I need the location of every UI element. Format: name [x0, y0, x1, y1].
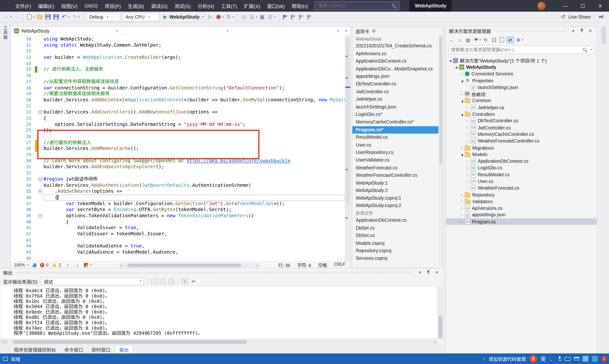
save-all-icon[interactable]: [53, 13, 59, 20]
drag-grip[interactable]: [16, 272, 413, 273]
live-share-label[interactable]: Live Share: [569, 14, 591, 20]
ime-punctuation-indicator[interactable]: '，: [549, 356, 554, 362]
clear-bookmarks-icon[interactable]: [307, 13, 313, 20]
tree-item[interactable]: {}launchSettings.json: [446, 84, 596, 91]
code-line[interactable]: 21: [11, 103, 350, 109]
expand-arrow-icon[interactable]: ▷: [465, 166, 471, 170]
expand-arrow-icon[interactable]: ▷: [459, 92, 465, 96]
code-line[interactable]: 37 var tokenModel = builder.Configuratio…: [11, 201, 350, 207]
open-document-item[interactable]: UserValidator.cs: [352, 156, 439, 164]
line-number[interactable]: 44: [11, 243, 35, 249]
show-all-files-icon[interactable]: [499, 36, 505, 43]
previous-message-icon[interactable]: [160, 278, 166, 284]
line-number[interactable]: 42: [11, 231, 35, 237]
tree-item[interactable]: ▷C#ApiVersions.cs: [446, 205, 596, 211]
code-text[interactable]: ValidAudience = tokenModel.Audience,: [43, 249, 350, 256]
toolbox-side-tab[interactable]: 工具箱: [0, 23, 11, 268]
line-number[interactable]: 33: [11, 176, 35, 182]
line-number[interactable]: 35: [11, 188, 35, 195]
open-document-item[interactable]: DbTestController.cs: [352, 80, 439, 88]
code-line[interactable]: 22builder.Services.AddControllers().AddN…: [11, 109, 350, 115]
line-number[interactable]: 46: [11, 256, 35, 261]
panel-tab[interactable]: 程序包管理器控制台: [10, 345, 60, 353]
line-number[interactable]: 32: [11, 170, 35, 176]
sync-with-active-document-icon[interactable]: ⇄: [507, 36, 514, 43]
expand-arrow-icon[interactable]: ▷: [459, 146, 465, 150]
switch-views-icon[interactable]: ▤: [465, 36, 471, 43]
restart-icon[interactable]: ↻: [225, 13, 232, 20]
code-cleanup-caret-icon[interactable]: ▾: [91, 263, 92, 266]
expand-arrow-icon[interactable]: ▷: [465, 119, 471, 123]
code-text[interactable]: ValidateAudience = true,: [43, 243, 350, 249]
tree-item[interactable]: ▷C#ApplicationDbContext.cs: [446, 158, 596, 165]
tree-item[interactable]: ▷{}appsettings.json: [446, 212, 596, 218]
toolbox-side-tab-label[interactable]: 工具箱: [2, 26, 8, 268]
live-share-icon[interactable]: ↺: [560, 13, 566, 20]
code-text[interactable]: ValidIssuer = tokenModel.Issuer,: [43, 231, 350, 237]
chevron-down-icon[interactable]: ▾: [256, 15, 257, 18]
tree-item[interactable]: ◢Models: [446, 151, 596, 158]
error-count[interactable]: 0: [46, 263, 49, 267]
code-text[interactable]: // 进行依赖注入，注册服务: [43, 67, 350, 73]
open-document-item[interactable]: JwtController.cs: [352, 88, 439, 96]
navigate-forward-icon[interactable]: →: [13, 13, 20, 20]
expand-arrow-icon[interactable]: ▷: [459, 193, 465, 197]
tree-item[interactable]: ▷Validators: [446, 198, 596, 205]
expand-arrow-icon[interactable]: ▷: [465, 139, 471, 143]
line-number[interactable]: 14: [11, 60, 35, 67]
filter-icon[interactable]: [473, 36, 479, 43]
solution-explorer-header[interactable]: 解决方案资源管理器 ▾ ✕: [446, 27, 596, 35]
code-line[interactable]: 45 ValidAudience = tokenModel.Audience,: [11, 249, 350, 256]
editor-vertical-scrollbar[interactable]: [345, 36, 350, 261]
window-position-icon[interactable]: ▾: [417, 269, 423, 275]
line-number[interactable]: 45: [11, 249, 35, 256]
line-number[interactable]: 27: [11, 140, 35, 146]
code-text[interactable]: [43, 60, 350, 67]
window-position-icon[interactable]: ▾: [570, 28, 576, 34]
solution-configuration-dropdown[interactable]: Debug▾: [86, 13, 121, 21]
menu-item[interactable]: 生成(B): [124, 0, 147, 12]
open-document-item[interactable]: appsettings.json: [352, 73, 439, 80]
hot-reload-caret-icon[interactable]: ▾: [222, 15, 224, 18]
code-text[interactable]: var connectionString = builder.Configura…: [43, 85, 350, 91]
line-number[interactable]: 15: [11, 67, 35, 73]
fold-toggle-icon[interactable]: [37, 188, 43, 195]
taskbar-app-icon[interactable]: [583, 356, 588, 362]
code-line[interactable]: 16: [11, 73, 350, 79]
scroll-left-icon[interactable]: ◂: [119, 264, 124, 267]
minimize-button[interactable]: —: [557, 0, 574, 12]
split-window-button[interactable]: ▾: [342, 27, 350, 35]
tree-item[interactable]: ▷Migrations: [446, 144, 596, 151]
collapse-arrow-icon[interactable]: ◢: [459, 153, 465, 156]
expand-arrow-icon[interactable]: ▷: [465, 126, 471, 130]
search-options-caret-icon[interactable]: ▾: [590, 48, 592, 51]
line-number[interactable]: 11: [11, 42, 35, 48]
line-number[interactable]: 31: [11, 164, 35, 170]
drag-grip[interactable]: [495, 30, 566, 32]
fold-toggle-icon[interactable]: [37, 109, 43, 115]
code-line[interactable]: 20builder.Services.AddDbContext<Applicat…: [11, 97, 350, 103]
close-button[interactable]: ✕: [592, 0, 609, 12]
open-document-item[interactable]: DbSet.cs: [352, 232, 439, 240]
code-text[interactable]: //需要注册数据库连接相关服务: [43, 91, 350, 97]
code-line[interactable]: 46: [11, 256, 350, 261]
code-line[interactable]: 12: [11, 48, 350, 54]
panel-tab[interactable]: 输出: [115, 345, 133, 354]
scrollbar-thumb[interactable]: [439, 316, 442, 338]
search-icon[interactable]: [583, 47, 588, 52]
line-number[interactable]: 17: [11, 79, 35, 85]
open-document-item[interactable]: Models.csproj: [352, 240, 439, 247]
code-text[interactable]: [43, 103, 350, 109]
more-options-caret-icon[interactable]: ▾: [522, 38, 523, 41]
expand-arrow-icon[interactable]: ▷: [459, 200, 465, 203]
scroll-right-icon[interactable]: ▸: [433, 340, 438, 344]
tree-item[interactable]: ▷依赖项: [446, 91, 596, 97]
clear-all-icon[interactable]: ✕: [182, 278, 188, 284]
code-text[interactable]: [43, 170, 350, 176]
tree-item[interactable]: ▷C#LoginDto.cs: [446, 165, 596, 171]
open-document-item[interactable]: ApplicationDbContext.cs: [352, 58, 439, 65]
code-text[interactable]: [43, 256, 350, 261]
open-document-item[interactable]: Repository.csproj: [352, 247, 439, 255]
open-document-item[interactable]: LoginDto.cs*: [352, 111, 439, 118]
ime-toolbox-icon[interactable]: [574, 357, 579, 360]
